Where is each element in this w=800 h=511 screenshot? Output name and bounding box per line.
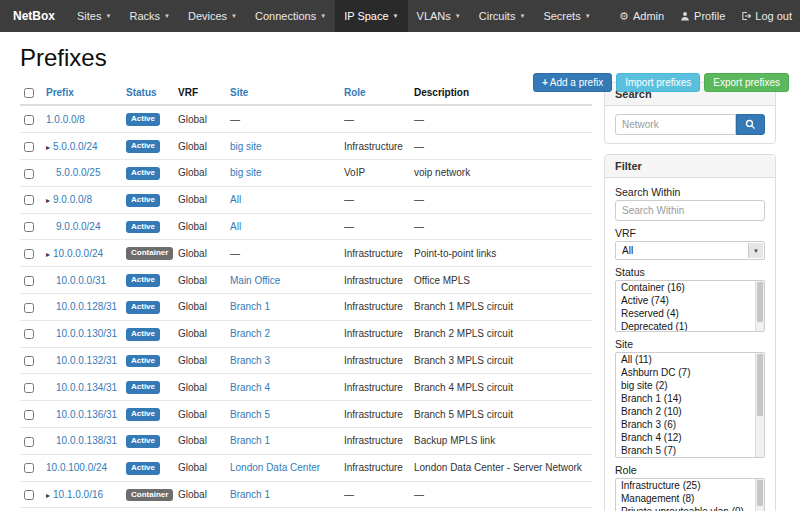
- status-badge: Active: [126, 462, 160, 475]
- nav-item-admin[interactable]: ⚙Admin: [611, 0, 672, 32]
- listbox-option[interactable]: Branch 4 (12): [616, 431, 764, 444]
- prefix-link[interactable]: 10.0.0.138/31: [56, 435, 117, 446]
- row-checkbox[interactable]: [24, 490, 34, 500]
- site-listbox: All (11)Ashburn DC (7)big site (2)Branch…: [615, 352, 765, 458]
- prefix-link[interactable]: 9.0.0.0/24: [56, 221, 100, 232]
- listbox-option[interactable]: Active (74): [616, 294, 764, 307]
- site-link[interactable]: big site: [230, 167, 262, 178]
- row-checkbox[interactable]: [24, 329, 34, 339]
- column-header-site[interactable]: Site: [226, 82, 340, 105]
- column-header-status[interactable]: Status: [122, 82, 174, 105]
- site-link[interactable]: Main Office: [230, 275, 280, 286]
- site-link[interactable]: Branch 5: [230, 409, 270, 420]
- site-link[interactable]: Branch 1: [230, 301, 270, 312]
- prefix-link[interactable]: 10.1.0.0/16: [53, 489, 103, 500]
- listbox-option[interactable]: Container (16): [616, 281, 764, 294]
- status-badge: Active: [126, 221, 160, 234]
- listbox-option[interactable]: big site (2): [616, 379, 764, 392]
- prefix-link[interactable]: 5.0.0.0/24: [53, 141, 97, 152]
- brand-link[interactable]: NetBox: [0, 0, 68, 32]
- prefix-link[interactable]: 10.0.0.130/31: [56, 328, 117, 339]
- import-prefixes-button[interactable]: Import prefixes: [616, 73, 700, 92]
- column-header-prefix[interactable]: Prefix: [42, 82, 122, 105]
- expand-icon[interactable]: ▸: [46, 196, 50, 205]
- prefix-link[interactable]: 10.0.0.0/24: [53, 248, 103, 259]
- listbox-option[interactable]: COLO-1-24 (4): [616, 457, 764, 458]
- listbox-option[interactable]: Branch 5 (7): [616, 444, 764, 457]
- status-badge: Container: [126, 489, 173, 502]
- listbox-option[interactable]: Ashburn DC (7): [616, 366, 764, 379]
- site-link[interactable]: Branch 4: [230, 382, 270, 393]
- listbox-option[interactable]: Branch 3 (6): [616, 418, 764, 431]
- row-checkbox[interactable]: [24, 276, 34, 286]
- scrollbar[interactable]: [755, 281, 764, 331]
- site-link[interactable]: Branch 2: [230, 328, 270, 339]
- logout-icon: [741, 11, 751, 21]
- prefix-link[interactable]: 1.0.0.0/8: [46, 114, 85, 125]
- site-link[interactable]: All: [230, 221, 241, 232]
- scrollbar[interactable]: [755, 479, 764, 511]
- table-header-row: PrefixStatusVRFSiteRoleDescription: [20, 82, 592, 105]
- site-link[interactable]: Branch 1: [230, 435, 270, 446]
- row-checkbox[interactable]: [24, 463, 34, 473]
- prefix-link[interactable]: 9.0.0.0/8: [53, 194, 92, 205]
- row-checkbox[interactable]: [24, 356, 34, 366]
- expand-icon[interactable]: ▸: [46, 250, 50, 259]
- nav-item-profile[interactable]: Profile: [672, 0, 733, 32]
- search-button[interactable]: [736, 114, 765, 135]
- site-link[interactable]: big site: [230, 141, 262, 152]
- table-row: 1.0.0.0/8ActiveGlobal———: [20, 105, 592, 132]
- nav-item-circuits[interactable]: Circuits▼: [470, 0, 535, 32]
- site-link[interactable]: London Data Center: [230, 462, 320, 473]
- listbox-option[interactable]: Deprecated (1): [616, 320, 764, 332]
- nav-item-vlans[interactable]: VLANs▼: [408, 0, 470, 32]
- row-checkbox[interactable]: [24, 222, 34, 232]
- add-prefix-button[interactable]: +Add a prefix: [533, 73, 612, 92]
- listbox-option[interactable]: Management (8): [616, 492, 764, 505]
- nav-item-connections[interactable]: Connections▼: [246, 0, 335, 32]
- nav-item-ip-space[interactable]: IP Space▼: [335, 0, 407, 32]
- search-within-input[interactable]: [615, 200, 765, 221]
- prefix-link[interactable]: 10.0.0.136/31: [56, 409, 117, 420]
- expand-icon[interactable]: ▸: [46, 491, 50, 500]
- prefix-link[interactable]: 10.0.0.132/31: [56, 355, 117, 366]
- row-checkbox[interactable]: [24, 169, 34, 179]
- scrollbar[interactable]: [755, 353, 764, 457]
- prefix-link[interactable]: 10.0.100.0/24: [46, 462, 107, 473]
- row-checkbox[interactable]: [24, 249, 34, 259]
- nav-item-log-out[interactable]: Log out: [733, 0, 800, 32]
- prefix-link[interactable]: 5.0.0.0/25: [56, 167, 100, 178]
- listbox-option[interactable]: All (11): [616, 353, 764, 366]
- nav-item-secrets[interactable]: Secrets▼: [534, 0, 599, 32]
- listbox-option[interactable]: Reserved (4): [616, 307, 764, 320]
- row-checkbox[interactable]: [24, 303, 34, 313]
- description-cell: Point-to-point links: [410, 240, 592, 267]
- prefix-link[interactable]: 10.0.0.134/31: [56, 382, 117, 393]
- listbox-option[interactable]: Branch 2 (10): [616, 405, 764, 418]
- row-checkbox[interactable]: [24, 115, 34, 125]
- nav-item-devices[interactable]: Devices▼: [179, 0, 246, 32]
- row-checkbox[interactable]: [24, 142, 34, 152]
- row-checkbox[interactable]: [24, 195, 34, 205]
- column-header-role[interactable]: Role: [340, 82, 410, 105]
- prefix-link[interactable]: 10.0.0.0/31: [56, 275, 106, 286]
- export-prefixes-button[interactable]: Export prefixes: [704, 73, 789, 92]
- vrf-cell: Global: [174, 133, 226, 160]
- nav-item-racks[interactable]: Racks▼: [120, 0, 179, 32]
- listbox-option[interactable]: Private unrouteable vlan (0): [616, 505, 764, 511]
- row-checkbox[interactable]: [24, 410, 34, 420]
- row-checkbox[interactable]: [24, 437, 34, 447]
- table-row: ▸9.0.0.0/8ActiveGlobalAll——: [20, 186, 592, 213]
- row-checkbox[interactable]: [24, 383, 34, 393]
- vrf-select[interactable]: All ▼: [615, 241, 765, 260]
- listbox-option[interactable]: Branch 1 (14): [616, 392, 764, 405]
- listbox-option[interactable]: Infrastructure (25): [616, 479, 764, 492]
- site-link[interactable]: All: [230, 194, 241, 205]
- site-link[interactable]: Branch 1: [230, 489, 270, 500]
- select-all-checkbox[interactable]: [24, 88, 34, 98]
- prefix-link[interactable]: 10.0.0.128/31: [56, 301, 117, 312]
- nav-item-sites[interactable]: Sites▼: [68, 0, 120, 32]
- expand-icon[interactable]: ▸: [46, 143, 50, 152]
- site-link[interactable]: Branch 3: [230, 355, 270, 366]
- search-input[interactable]: [615, 114, 736, 135]
